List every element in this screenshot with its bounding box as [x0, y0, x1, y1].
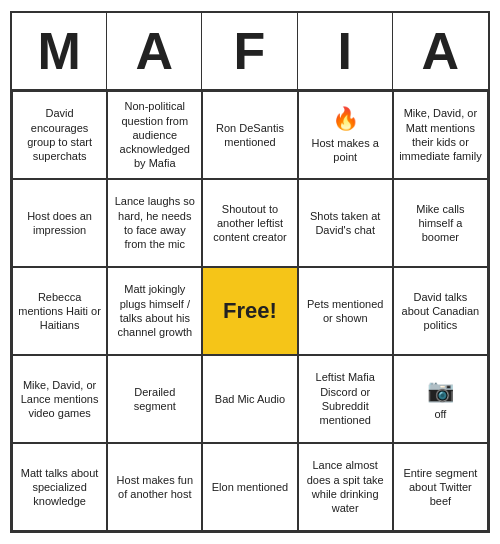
bingo-cell[interactable]: David encourages group to start supercha…	[12, 91, 107, 179]
free-space[interactable]: Free!	[202, 267, 297, 355]
cell-text: Elon mentioned	[212, 481, 288, 493]
cell-text: Ron DeSantis mentioned	[216, 122, 284, 148]
cell-text: David talks about Canadian politics	[402, 291, 480, 332]
bingo-cell[interactable]: Rebecca mentions Haiti or Haitians	[12, 267, 107, 355]
bingo-cell[interactable]: Shots taken at David's chat	[298, 179, 393, 267]
cell-text: Lance almost does a spit take while drin…	[307, 459, 384, 514]
cell-text: Shoutout to another leftist content crea…	[213, 203, 286, 244]
bingo-cell[interactable]: Host does an impression	[12, 179, 107, 267]
cell-text: Shots taken at David's chat	[310, 210, 380, 236]
bingo-cell[interactable]: Mike, David, or Matt mentions their kids…	[393, 91, 488, 179]
cell-text: David encourages group to start supercha…	[27, 107, 92, 162]
bingo-cell[interactable]: Host makes fun of another host	[107, 443, 202, 531]
bingo-cell[interactable]: Matt jokingly plugs himself / talks abou…	[107, 267, 202, 355]
header-letter: I	[298, 13, 393, 89]
cell-text: Matt jokingly plugs himself / talks abou…	[117, 283, 192, 338]
cell-text: Bad Mic Audio	[215, 393, 285, 405]
bingo-cell[interactable]: Non-political question from audience ack…	[107, 91, 202, 179]
header-letter: F	[202, 13, 297, 89]
cell-text: Host does an impression	[27, 210, 92, 236]
bingo-cell[interactable]: 🔥Host makes a point	[298, 91, 393, 179]
bingo-cell[interactable]: Bad Mic Audio	[202, 355, 297, 443]
cell-emoji: 📷	[399, 377, 482, 406]
cell-text: Derailed segment	[134, 386, 176, 412]
bingo-cell[interactable]: Shoutout to another leftist content crea…	[202, 179, 297, 267]
bingo-cell[interactable]: Derailed segment	[107, 355, 202, 443]
bingo-cell[interactable]: Mike calls himself a boomer	[393, 179, 488, 267]
bingo-cell[interactable]: Matt talks about specialized knowledge	[12, 443, 107, 531]
bingo-card: MAFIA David encourages group to start su…	[10, 11, 490, 533]
cell-text: Rebecca mentions Haiti or Haitians	[18, 291, 101, 332]
cell-text: Non-political question from audience ack…	[120, 100, 190, 169]
bingo-cell[interactable]: Mike, David, or Lance mentions video gam…	[12, 355, 107, 443]
bingo-cell[interactable]: Elon mentioned	[202, 443, 297, 531]
cell-text: Free!	[223, 298, 277, 323]
bingo-cell[interactable]: Leftist Mafia Discord or Subreddit menti…	[298, 355, 393, 443]
header-letter: M	[12, 13, 107, 89]
cell-text: Lance laughs so hard, he needs to face a…	[115, 195, 195, 250]
cell-emoji: 🔥	[304, 105, 387, 134]
cell-text: Entire segment about Twitter beef	[403, 467, 477, 508]
cell-text: off	[434, 408, 446, 420]
header-letter: A	[393, 13, 488, 89]
bingo-header: MAFIA	[12, 13, 488, 91]
bingo-grid: David encourages group to start supercha…	[12, 91, 488, 531]
bingo-cell[interactable]: Entire segment about Twitter beef	[393, 443, 488, 531]
cell-text: Pets mentioned or shown	[307, 298, 383, 324]
bingo-cell[interactable]: David talks about Canadian politics	[393, 267, 488, 355]
cell-text: Leftist Mafia Discord or Subreddit menti…	[316, 371, 375, 426]
header-letter: A	[107, 13, 202, 89]
cell-text: Matt talks about specialized knowledge	[21, 467, 99, 508]
cell-text: Host makes fun of another host	[117, 474, 193, 500]
cell-text: Mike calls himself a boomer	[416, 203, 464, 244]
cell-text: Mike, David, or Lance mentions video gam…	[21, 379, 99, 420]
cell-text: Mike, David, or Matt mentions their kids…	[399, 107, 482, 162]
bingo-cell[interactable]: Lance almost does a spit take while drin…	[298, 443, 393, 531]
bingo-cell[interactable]: Pets mentioned or shown	[298, 267, 393, 355]
bingo-cell[interactable]: Ron DeSantis mentioned	[202, 91, 297, 179]
cell-text: Host makes a point	[312, 137, 379, 163]
bingo-cell[interactable]: 📷off	[393, 355, 488, 443]
bingo-cell[interactable]: Lance laughs so hard, he needs to face a…	[107, 179, 202, 267]
